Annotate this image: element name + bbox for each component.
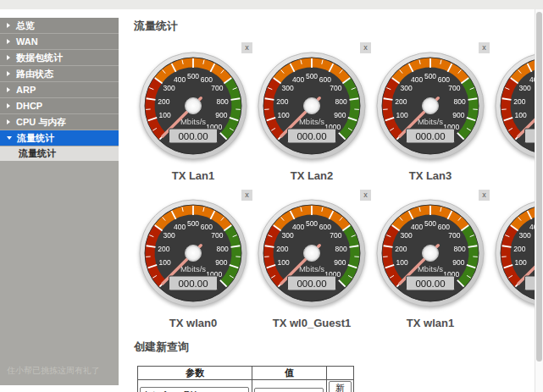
svg-text:100: 100 [159, 258, 171, 267]
gauge-interface-label: TX wlan1 [371, 317, 490, 329]
create-query-table: 参数 值 Interface RX 新增 [137, 366, 354, 392]
sidebar-menu-item[interactable]: 总览 [0, 18, 119, 33]
svg-text:800: 800 [335, 245, 346, 253]
sidebar-footer-text: 住小帮已挑拣这周有礼了 [7, 365, 100, 377]
svg-text:700: 700 [211, 231, 223, 240]
sidebar-menu-item[interactable]: WAN [0, 34, 119, 49]
gauge-unit-label: Mbits/s [418, 117, 443, 126]
svg-text:600: 600 [319, 223, 331, 231]
gauge-cell: x 1002003004005006007008009001000 Mbits/… [252, 40, 371, 184]
svg-text:600: 600 [319, 75, 331, 84]
scrollbar-thumb[interactable] [536, 12, 542, 362]
sidebar-menu-item-label: 路由状态 [16, 68, 53, 80]
svg-text:300: 300 [519, 84, 531, 92]
router-admin-screen: 总览 WAN 数据包统计 路由状态 ARP DHCP CPU 与内存 流量统计 … [0, 0, 543, 392]
gauge-interface-label: TX Lan3 [371, 169, 490, 182]
param-select[interactable]: Interface RX [140, 387, 249, 392]
value-input[interactable] [254, 388, 324, 392]
gauge-unit-label: Mbits/s [180, 117, 206, 126]
gauge-unit-label: Mbits/s [418, 264, 443, 273]
triangle-icon [7, 87, 10, 92]
svg-text:300: 300 [282, 84, 294, 92]
sidebar-submenu-item-label: 流量统计 [19, 147, 56, 160]
table-header-row: 参数 值 [138, 367, 354, 380]
svg-text:300: 300 [282, 231, 294, 240]
sidebar-submenu-item[interactable]: 流量统计 [0, 146, 119, 161]
svg-text:200: 200 [513, 245, 525, 253]
svg-text:400: 400 [411, 75, 423, 84]
add-button[interactable]: 新增 [329, 381, 352, 392]
create-query-title: 创建新查询 [134, 340, 543, 355]
value-column-header: 值 [252, 367, 327, 380]
gauge-cell: x 1002003004005006007008009001000 Mbits/… [134, 187, 252, 331]
svg-text:800: 800 [453, 97, 465, 106]
svg-text:400: 400 [411, 223, 423, 231]
svg-text:500: 500 [187, 72, 199, 80]
triangle-icon [7, 119, 10, 124]
gauge-unit-label: Mbits/s [180, 264, 206, 273]
speedometer-gauge: 1002003004005006007008009001000 Mbits/s … [258, 52, 366, 160]
gauge-value: 000.00 [296, 131, 326, 141]
svg-text:700: 700 [330, 231, 341, 240]
svg-text:100: 100 [278, 258, 290, 267]
svg-text:300: 300 [401, 84, 413, 92]
triangle-icon [7, 136, 12, 140]
gauge-cell: x 1002003004005006007008009001000 Mbits/… [371, 40, 490, 184]
gauge-hub [186, 246, 202, 262]
svg-text:500: 500 [187, 219, 199, 228]
gauge-value: 000.00 [178, 279, 208, 289]
sidebar-menu-item-label: CPU 与内存 [16, 116, 66, 129]
sidebar-menu-item[interactable]: DHCP [0, 98, 119, 113]
svg-text:900: 900 [215, 258, 227, 267]
gauge-hub [186, 98, 202, 114]
svg-text:600: 600 [201, 75, 213, 84]
sidebar-menu-item-label: 流量统计 [17, 132, 54, 145]
triangle-icon [7, 55, 10, 60]
speedometer-gauge: 1002003004005006007008009001000 Mbits/s … [139, 199, 247, 307]
sidebar-menu-item[interactable]: 路由状态 [0, 66, 119, 81]
sidebar-menu-item[interactable]: 流量统计 [0, 130, 119, 146]
svg-text:800: 800 [216, 245, 228, 253]
sidebar-menu-item[interactable]: ARP [0, 82, 119, 97]
svg-text:200: 200 [276, 97, 288, 106]
speedometer-gauge: 1002003004005006007008009001000 Mbits/s … [376, 52, 485, 160]
svg-text:100: 100 [396, 111, 408, 119]
sidebar-menu-item[interactable]: 数据包统计 [0, 50, 119, 65]
svg-text:200: 200 [513, 97, 525, 106]
svg-text:600: 600 [438, 75, 450, 84]
param-column-header: 参数 [138, 367, 252, 380]
sidebar-menu-item-label: ARP [16, 85, 36, 95]
gauge-value: 000.00 [296, 279, 326, 289]
gauge-interface-label: TX wlan0 [134, 317, 252, 329]
svg-text:200: 200 [276, 245, 288, 253]
gauge-cell: x 1002003004005006007008009001000 Mbits/… [134, 40, 252, 184]
speedometer-gauge: 1002003004005006007008009001000 Mbits/s … [376, 199, 485, 307]
svg-text:700: 700 [448, 84, 460, 92]
gauge-unit-label: Mbits/s [299, 117, 324, 126]
page-title: 流量统计 [134, 19, 543, 34]
svg-text:500: 500 [306, 72, 318, 80]
svg-text:500: 500 [424, 219, 436, 228]
svg-text:200: 200 [158, 245, 169, 253]
sidebar-menu-item-label: DHCP [16, 101, 42, 111]
svg-text:300: 300 [519, 231, 531, 240]
action-column-header [327, 367, 354, 380]
svg-text:900: 900 [452, 258, 464, 267]
sidebar-menu-item-label: WAN [16, 36, 38, 47]
gauge-value: 000.00 [415, 131, 445, 141]
vertical-scrollbar[interactable] [535, 9, 543, 392]
svg-text:900: 900 [215, 111, 227, 119]
gauge-unit-label: Mbits/s [299, 264, 324, 273]
svg-text:700: 700 [448, 231, 460, 240]
sidebar-menu: 总览 WAN 数据包统计 路由状态 ARP DHCP CPU 与内存 流量统计 … [0, 18, 119, 161]
svg-text:400: 400 [292, 75, 304, 84]
triangle-icon [7, 103, 10, 108]
sidebar-menu-item-label: 数据包统计 [16, 52, 63, 64]
gauge-value: 000.00 [178, 131, 208, 141]
svg-text:300: 300 [163, 84, 175, 92]
svg-text:200: 200 [395, 97, 407, 106]
sidebar-menu-item[interactable]: CPU 与内存 [0, 114, 119, 130]
gauge-hub [423, 246, 439, 262]
triangle-icon [7, 39, 10, 44]
gauge-interface-label: TX wl0_Guest1 [252, 317, 371, 329]
